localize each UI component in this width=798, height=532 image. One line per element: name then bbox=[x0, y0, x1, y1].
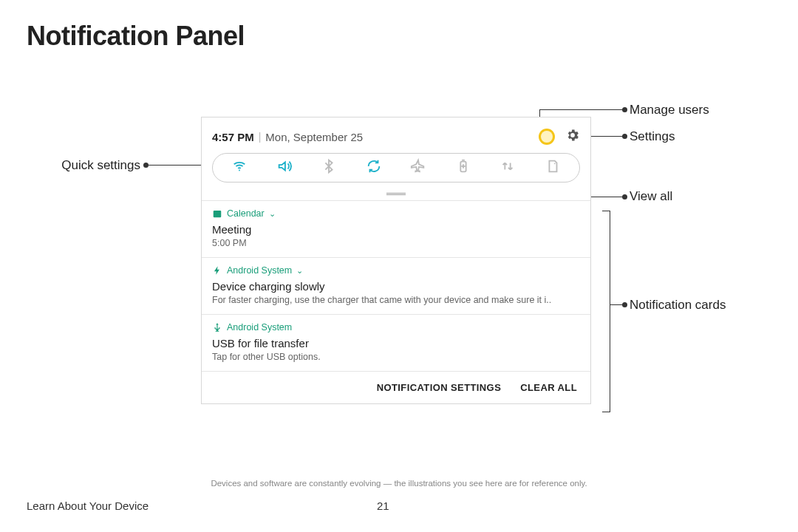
notification-card[interactable]: Calendar ⌄ Meeting 5:00 PM bbox=[202, 200, 590, 257]
clear-all-button[interactable]: CLEAR ALL bbox=[520, 382, 577, 393]
quick-settings-bar bbox=[212, 153, 580, 183]
calendar-icon bbox=[212, 208, 222, 219]
notification-settings-button[interactable]: NOTIFICATION SETTINGS bbox=[377, 382, 502, 393]
card-app-name: Android System bbox=[227, 265, 292, 276]
chevron-down-icon[interactable]: ⌄ bbox=[269, 209, 276, 219]
sd-icon[interactable] bbox=[545, 158, 561, 177]
callout-manage-users: Manage users bbox=[630, 103, 709, 117]
gear-icon[interactable] bbox=[565, 128, 580, 146]
svg-point-0 bbox=[239, 170, 240, 171]
chevron-down-icon[interactable]: ⌄ bbox=[296, 266, 303, 276]
notification-card[interactable]: Android System USB for file transfer Tap… bbox=[202, 314, 590, 371]
card-subtitle: For faster charging, use the charger tha… bbox=[212, 295, 580, 305]
card-subtitle: 5:00 PM bbox=[212, 238, 580, 248]
callout-notification-cards: Notification cards bbox=[630, 298, 726, 313]
svg-point-2 bbox=[554, 163, 556, 164]
page-number: 21 bbox=[377, 499, 389, 512]
bolt-icon bbox=[212, 265, 222, 276]
bluetooth-icon[interactable] bbox=[321, 158, 337, 177]
status-date: Mon, September 25 bbox=[265, 131, 363, 143]
sound-icon[interactable] bbox=[276, 158, 293, 177]
notification-panel: 4:57 PM | Mon, September 25 Calendar ⌄ M… bbox=[201, 117, 591, 404]
svg-rect-3 bbox=[214, 211, 222, 217]
card-app-name: Calendar bbox=[227, 208, 265, 219]
power-save-icon[interactable] bbox=[455, 158, 471, 177]
card-subtitle: Tap for other USB options. bbox=[212, 352, 580, 362]
usb-icon bbox=[212, 322, 222, 332]
panel-header: 4:57 PM | Mon, September 25 bbox=[202, 117, 590, 153]
expand-handle[interactable] bbox=[202, 187, 590, 200]
section-label: Learn About Your Device bbox=[27, 499, 149, 512]
airplane-icon[interactable] bbox=[410, 158, 426, 177]
card-title: Meeting bbox=[212, 223, 580, 236]
rotate-icon[interactable] bbox=[366, 158, 382, 177]
card-app-name: Android System bbox=[227, 322, 292, 332]
panel-footer: NOTIFICATION SETTINGS CLEAR ALL bbox=[202, 371, 590, 403]
disclaimer-text: Devices and software are constantly evol… bbox=[0, 479, 798, 488]
page-title: Notification Panel bbox=[27, 21, 245, 52]
status-time: 4:57 PM bbox=[212, 131, 254, 143]
card-title: USB for file transfer bbox=[212, 337, 580, 349]
divider: | bbox=[259, 131, 262, 143]
notification-card[interactable]: Android System ⌄ Device charging slowly … bbox=[202, 257, 590, 314]
callout-quick-settings: Quick settings bbox=[61, 158, 140, 173]
card-title: Device charging slowly bbox=[212, 280, 580, 293]
data-icon[interactable] bbox=[499, 158, 516, 177]
user-icon[interactable] bbox=[539, 129, 555, 145]
callout-view-all: View all bbox=[630, 189, 672, 204]
callout-settings: Settings bbox=[630, 129, 675, 144]
wifi-icon[interactable] bbox=[231, 158, 248, 177]
